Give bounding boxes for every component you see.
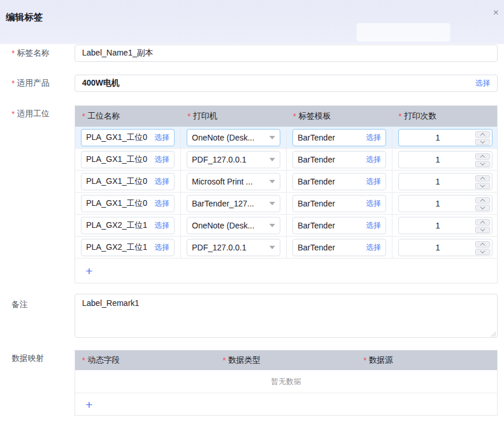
print-count-input[interactable]: 1 xyxy=(398,217,492,234)
chevron-up-icon xyxy=(480,242,485,247)
decrease-button[interactable] xyxy=(475,139,490,145)
station-field[interactable]: PLA_GX1_工位0 选择 xyxy=(81,195,175,212)
number-stepper xyxy=(475,219,490,232)
column-header-data-type: * 数据类型 xyxy=(216,350,356,370)
station-field[interactable]: PLA_GX1_工位0 选择 xyxy=(81,129,175,146)
printer-select[interactable]: OneNote (Desk... xyxy=(187,129,280,146)
decrease-button[interactable] xyxy=(475,183,490,189)
decrease-button[interactable] xyxy=(475,205,490,211)
number-stepper xyxy=(475,131,490,144)
workstation-row: PLA_GX1_工位0 选择 Microsoft Print ... BarTe… xyxy=(75,171,497,193)
required-mark: * xyxy=(364,356,366,365)
printer-select[interactable]: BarTender_127... xyxy=(187,195,280,212)
number-stepper xyxy=(475,197,490,210)
printer-select[interactable]: Microsoft Print ... xyxy=(187,173,280,190)
station-field[interactable]: PLA_GX1_工位0 选择 xyxy=(81,173,175,190)
template-field[interactable]: BarTender 选择 xyxy=(292,217,386,234)
template-select-link[interactable]: 选择 xyxy=(366,132,381,143)
increase-button[interactable] xyxy=(475,175,490,182)
chevron-down-icon xyxy=(269,224,275,227)
product-label: * 适用产品 xyxy=(12,79,49,88)
printer-value: OneNote (Desk... xyxy=(192,221,266,230)
required-mark: * xyxy=(223,356,225,365)
template-select-link[interactable]: 选择 xyxy=(366,176,381,187)
chevron-down-icon xyxy=(480,160,485,165)
chevron-down-icon xyxy=(269,158,275,161)
template-field[interactable]: BarTender 选择 xyxy=(292,173,386,190)
required-mark: * xyxy=(293,112,296,121)
workstations-table-header: * 工位名称 * 打印机 * 标签模板 * 打印次数 xyxy=(75,106,497,127)
product-label-text: 适用产品 xyxy=(17,78,49,88)
station-field[interactable]: PLA_GX1_工位0 选择 xyxy=(81,151,175,168)
workstations-table: * 工位名称 * 打印机 * 标签模板 * 打印次数 PLA_GX1_工位0 选… xyxy=(75,105,498,283)
chevron-down-icon xyxy=(269,136,275,139)
station-value: PLA_GX1_工位0 xyxy=(86,154,151,165)
template-select-link[interactable]: 选择 xyxy=(366,198,381,209)
print-count-value: 1 xyxy=(403,133,472,142)
station-select-link[interactable]: 选择 xyxy=(154,132,169,143)
number-stepper xyxy=(475,153,490,166)
empty-state: 暂无数据 xyxy=(75,370,497,393)
chevron-up-icon xyxy=(480,220,485,225)
print-count-input[interactable]: 1 xyxy=(398,239,492,256)
remark-textarea[interactable] xyxy=(75,294,498,338)
chevron-up-icon xyxy=(480,154,485,159)
template-field[interactable]: BarTender 选择 xyxy=(292,129,386,146)
printer-select[interactable]: PDF_127.0.0.1 xyxy=(187,151,280,168)
print-count-input[interactable]: 1 xyxy=(398,129,492,146)
printer-value: BarTender_127... xyxy=(192,199,266,208)
close-icon[interactable]: × xyxy=(493,8,499,17)
template-select-link[interactable]: 选择 xyxy=(366,154,381,165)
increase-button[interactable] xyxy=(475,197,490,204)
required-mark: * xyxy=(82,112,85,121)
print-count-input[interactable]: 1 xyxy=(398,195,492,212)
increase-button[interactable] xyxy=(475,219,490,226)
station-field[interactable]: PLA_GX2_工位1 选择 xyxy=(81,239,175,256)
print-count-value: 1 xyxy=(403,155,472,164)
chevron-down-icon xyxy=(269,246,275,249)
template-select-link[interactable]: 选择 xyxy=(366,220,381,231)
product-field[interactable]: 400W电机 选择 xyxy=(75,75,498,92)
template-value: BarTender xyxy=(298,155,362,164)
add-workstation-row-button[interactable]: + xyxy=(75,259,497,283)
plus-icon: + xyxy=(86,265,92,277)
station-select-link[interactable]: 选择 xyxy=(154,176,169,187)
print-count-input[interactable]: 1 xyxy=(398,173,492,190)
column-header-count: * 打印次数 xyxy=(392,106,498,127)
product-select-link[interactable]: 选择 xyxy=(475,78,490,88)
print-count-value: 1 xyxy=(403,221,472,230)
decrease-button[interactable] xyxy=(475,227,490,233)
column-header-text: 数据类型 xyxy=(228,355,261,366)
decrease-button[interactable] xyxy=(475,249,490,255)
printer-value: PDF_127.0.0.1 xyxy=(192,155,266,164)
print-count-value: 1 xyxy=(403,199,472,208)
label-name-label: * 标签名称 xyxy=(12,49,49,58)
station-select-link[interactable]: 选择 xyxy=(154,198,169,209)
label-name-input[interactable] xyxy=(75,45,498,62)
increase-button[interactable] xyxy=(475,153,490,160)
required-mark: * xyxy=(12,49,14,58)
chevron-up-icon xyxy=(480,176,485,181)
column-header-text: 打印机 xyxy=(193,111,217,121)
chevron-down-icon xyxy=(480,182,485,187)
print-count-input[interactable]: 1 xyxy=(398,151,492,168)
add-mapping-row-button[interactable]: + xyxy=(75,393,497,415)
empty-state-text: 暂无数据 xyxy=(271,376,301,387)
station-select-link[interactable]: 选择 xyxy=(154,154,169,165)
printer-value: PDF_127.0.0.1 xyxy=(192,243,266,252)
template-select-link[interactable]: 选择 xyxy=(366,242,381,253)
template-field[interactable]: BarTender 选择 xyxy=(292,239,386,256)
increase-button[interactable] xyxy=(475,241,490,248)
template-field[interactable]: BarTender 选择 xyxy=(292,151,386,168)
column-header-station: * 工位名称 xyxy=(75,106,181,127)
increase-button[interactable] xyxy=(475,131,490,138)
station-select-link[interactable]: 选择 xyxy=(154,220,169,231)
product-value: 400W电机 xyxy=(82,78,472,88)
printer-select[interactable]: OneNote (Desk... xyxy=(187,217,280,234)
dialog-title: 编辑标签 xyxy=(6,12,43,24)
decrease-button[interactable] xyxy=(475,161,490,167)
printer-select[interactable]: PDF_127.0.0.1 xyxy=(187,239,280,256)
station-field[interactable]: PLA_GX2_工位1 选择 xyxy=(81,217,175,234)
template-field[interactable]: BarTender 选择 xyxy=(292,195,386,212)
station-select-link[interactable]: 选择 xyxy=(154,242,169,253)
